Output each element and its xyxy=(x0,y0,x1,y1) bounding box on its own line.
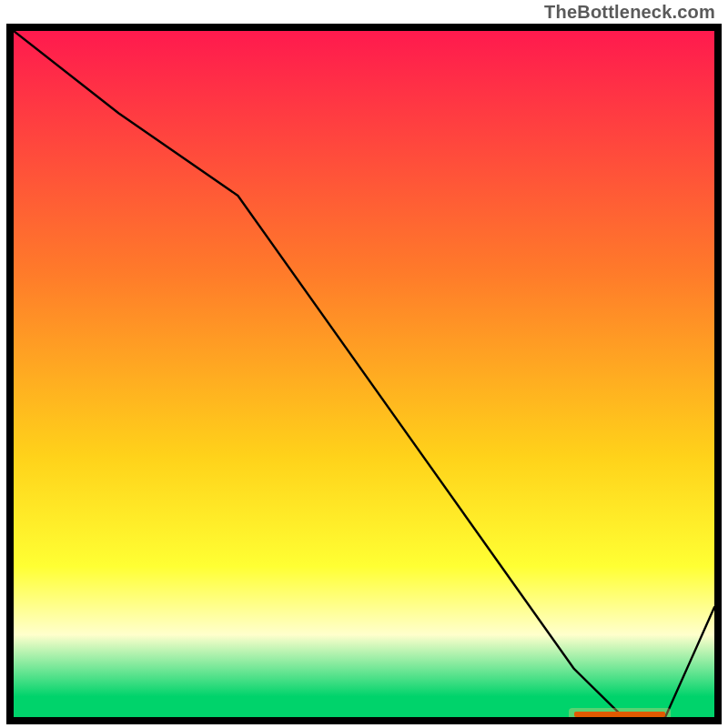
chart-frame: TheBottleneck.com xyxy=(0,0,728,728)
bottleneck-chart xyxy=(0,0,728,728)
site-credit-label: TheBottleneck.com xyxy=(544,2,715,23)
optimal-marker xyxy=(574,712,665,717)
